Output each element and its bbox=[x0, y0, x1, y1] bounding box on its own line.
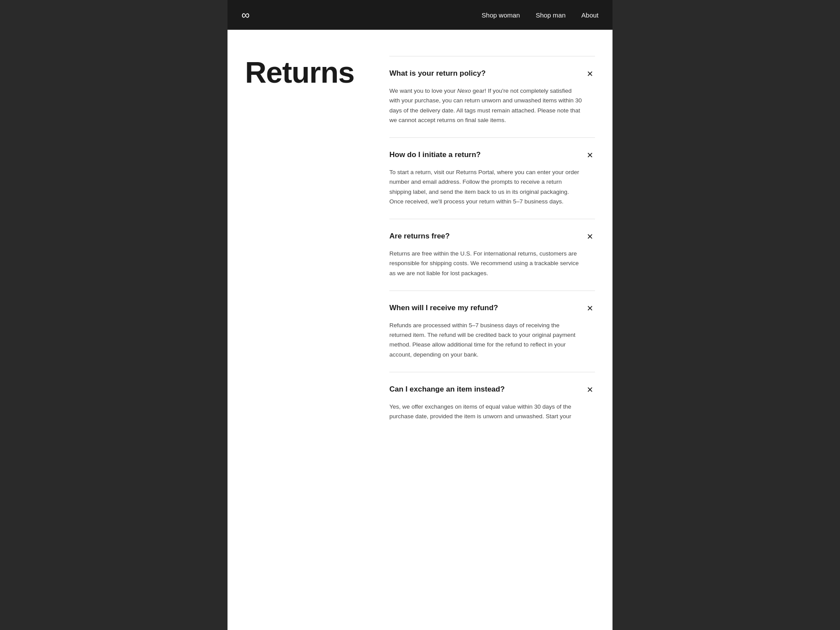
faq-item-free-returns: Are returns free? ✕ Returns are free wit… bbox=[389, 219, 595, 290]
faq-answer-exchange: Yes, we offer exchanges on items of equa… bbox=[389, 402, 595, 422]
faq-header: What is your return policy? ✕ bbox=[389, 69, 595, 79]
faq-close-refund-timing[interactable]: ✕ bbox=[584, 303, 595, 314]
faq-section: What is your return policy? ✕ We want yo… bbox=[389, 56, 612, 434]
faq-item-initiate-return: How do I initiate a return? ✕ To start a… bbox=[389, 137, 595, 219]
faq-question-free-returns: Are returns free? bbox=[389, 231, 584, 241]
faq-header-4: When will I receive my refund? ✕ bbox=[389, 303, 595, 314]
nav-links: Shop woman Shop man About bbox=[482, 11, 598, 19]
logo[interactable]: ∞ bbox=[242, 8, 249, 22]
faq-answer-free-returns: Returns are free within the U.S. For int… bbox=[389, 249, 595, 278]
faq-answer-refund-timing: Refunds are processed within 5–7 busines… bbox=[389, 321, 595, 360]
faq-question-exchange: Can I exchange an item instead? bbox=[389, 385, 584, 394]
nav-shop-man[interactable]: Shop man bbox=[536, 11, 565, 19]
faq-header-3: Are returns free? ✕ bbox=[389, 231, 595, 242]
page-wrapper: ∞ Shop woman Shop man About Returns What… bbox=[228, 0, 612, 630]
faq-question-initiate-return: How do I initiate a return? bbox=[389, 150, 584, 160]
nav-about[interactable]: About bbox=[581, 11, 598, 19]
main-content: Returns What is your return policy? ✕ We… bbox=[228, 30, 612, 469]
page-title: Returns bbox=[245, 56, 372, 89]
faq-close-free-returns[interactable]: ✕ bbox=[584, 231, 595, 242]
page-title-section: Returns bbox=[228, 56, 389, 89]
faq-header-5: Can I exchange an item instead? ✕ bbox=[389, 385, 595, 395]
faq-question-refund-timing: When will I receive my refund? bbox=[389, 303, 584, 313]
faq-answer-initiate-return: To start a return, visit our Returns Por… bbox=[389, 168, 595, 206]
navbar: ∞ Shop woman Shop man About bbox=[228, 0, 612, 30]
faq-question-return-policy: What is your return policy? bbox=[389, 69, 584, 78]
faq-item-return-policy: What is your return policy? ✕ We want yo… bbox=[389, 56, 595, 137]
faq-answer-return-policy: We want you to love your Nexo gear! If y… bbox=[389, 86, 595, 125]
faq-item-refund-timing: When will I receive my refund? ✕ Refunds… bbox=[389, 290, 595, 372]
faq-close-return-policy[interactable]: ✕ bbox=[584, 69, 595, 79]
faq-item-exchange: Can I exchange an item instead? ✕ Yes, w… bbox=[389, 372, 595, 434]
faq-close-initiate-return[interactable]: ✕ bbox=[584, 150, 595, 161]
faq-close-exchange[interactable]: ✕ bbox=[584, 385, 595, 395]
nav-shop-woman[interactable]: Shop woman bbox=[482, 11, 520, 19]
faq-header-2: How do I initiate a return? ✕ bbox=[389, 150, 595, 161]
logo-icon: ∞ bbox=[242, 8, 249, 22]
